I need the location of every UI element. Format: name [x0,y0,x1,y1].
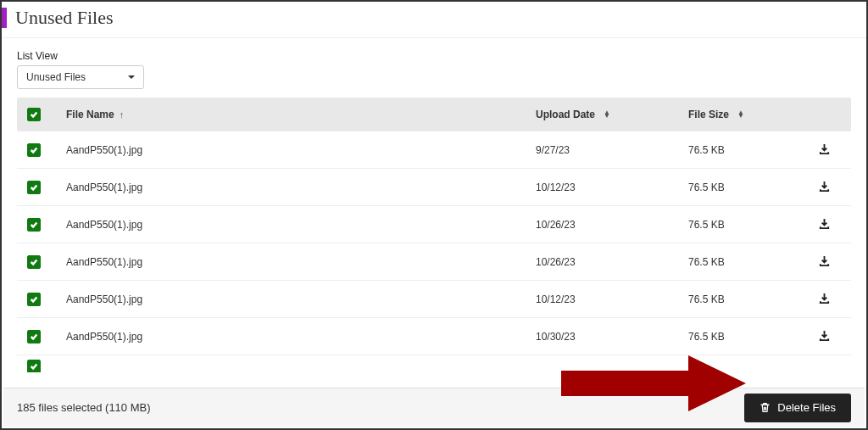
selection-summary: 185 files selected (110 MB) [17,401,151,414]
page-header: Unused Files [2,2,866,38]
table-row-partial [17,355,851,372]
row-checkbox[interactable] [27,330,41,343]
list-view-label: List View [17,50,851,62]
file-size-cell: 76.5 KB [688,331,807,343]
dropdown-selected: Unused Files [26,71,86,83]
page-title: Unused Files [15,7,114,29]
footer-bar: 185 files selected (110 MB) Delete Files [3,388,865,427]
table-row: AandP550(1).jpg10/12/2376.5 KB [17,281,851,318]
download-icon[interactable] [818,142,831,158]
upload-date-cell: 10/12/23 [536,293,688,305]
download-icon[interactable] [818,217,831,232]
upload-date-cell: 10/26/23 [536,256,688,268]
file-name-cell: AandP550(1).jpg [61,219,536,231]
download-icon[interactable] [818,329,831,344]
sort-icon: ▲▼ [737,111,744,118]
file-size-cell: 76.5 KB [688,144,807,156]
download-icon[interactable] [818,254,831,270]
download-icon[interactable] [818,292,831,307]
trash-icon [760,402,771,413]
row-checkbox[interactable] [27,143,41,157]
list-view-dropdown[interactable]: Unused Files [17,65,144,89]
file-name-cell: AandP550(1).jpg [61,331,536,343]
table-header-row: File Name Upload Date ▲▼ File Size ▲▼ [17,98,851,131]
row-checkbox[interactable] [27,293,41,306]
sort-icon: ▲▼ [604,111,610,118]
row-checkbox[interactable] [27,218,41,232]
column-header-date[interactable]: Upload Date ▲▼ [536,109,688,120]
row-checkbox[interactable] [27,360,41,372]
row-checkbox[interactable] [27,181,41,194]
controls-bar: List View Unused Files [2,38,866,98]
delete-button-label: Delete Files [777,401,836,414]
table-row: AandP550(1).jpg10/12/2376.5 KB [17,169,851,206]
file-size-cell: 76.5 KB [688,219,807,231]
table-row: AandP550(1).jpg9/27/2376.5 KB [17,131,851,169]
upload-date-cell: 9/27/23 [536,144,688,156]
sort-asc-icon [120,109,125,120]
download-icon[interactable] [818,180,831,195]
table-row: AandP550(1).jpg10/26/2376.5 KB [17,243,851,281]
column-header-size[interactable]: File Size ▲▼ [688,109,807,120]
delete-files-button[interactable]: Delete Files [744,394,851,422]
file-table: File Name Upload Date ▲▼ File Size ▲▼ Aa… [2,98,866,372]
file-size-cell: 76.5 KB [688,293,807,305]
file-size-cell: 76.5 KB [688,256,807,268]
file-name-cell: AandP550(1).jpg [61,144,536,156]
file-name-cell: AandP550(1).jpg [61,293,536,305]
select-all-checkbox[interactable] [27,108,41,121]
table-row: AandP550(1).jpg10/26/2376.5 KB [17,206,851,243]
upload-date-cell: 10/26/23 [536,219,688,231]
table-row: AandP550(1).jpg10/30/2376.5 KB [17,318,851,355]
file-name-cell: AandP550(1).jpg [61,181,536,193]
file-size-cell: 76.5 KB [688,181,807,193]
row-checkbox[interactable] [27,255,41,269]
upload-date-cell: 10/12/23 [536,181,688,193]
column-header-name[interactable]: File Name [61,109,536,120]
upload-date-cell: 10/30/23 [536,331,688,343]
chevron-down-icon [128,75,135,79]
file-name-cell: AandP550(1).jpg [61,256,536,268]
app-frame: Unused Files List View Unused Files File… [0,0,868,430]
accent-bar [2,8,7,28]
